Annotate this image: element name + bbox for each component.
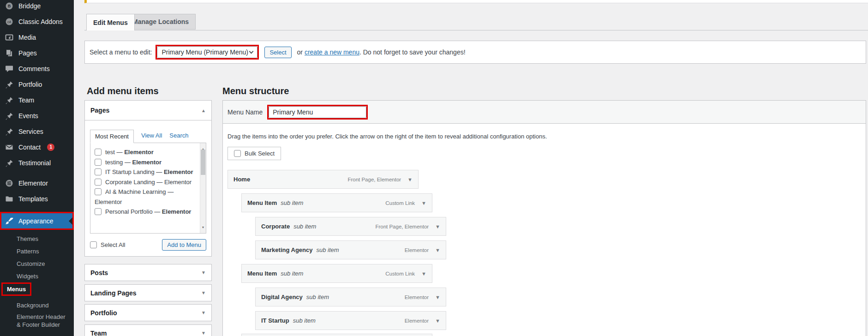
sidebar-item-comments[interactable]: Comments (0, 61, 74, 77)
list-scrollbar[interactable]: ▲ ▼ (200, 143, 206, 233)
scroll-thumb[interactable] (201, 150, 205, 175)
menu-item-bar[interactable]: Menu Item sub item Custom Link ▼ (241, 193, 432, 212)
scroll-down-icon[interactable]: ▼ (200, 222, 206, 233)
chevron-down-icon[interactable]: ▼ (421, 200, 426, 206)
pushpin-icon (5, 127, 14, 136)
pushpin-icon (5, 159, 14, 167)
menu-select-bar: Select a menu to edit: Primary Menu (Pri… (84, 41, 866, 64)
chevron-down-icon[interactable]: ▼ (435, 247, 440, 253)
create-menu-sentence: or create a new menu. Do not forget to s… (297, 48, 466, 56)
sidebar-item-services[interactable]: Services (0, 124, 74, 139)
menu-item-bar-partial[interactable] (241, 334, 432, 336)
sidebar-subitem-themes[interactable]: Themes (0, 233, 74, 245)
pages-panel-footer: Select All Add to Menu (90, 239, 206, 251)
sidebar-item-label: Contact (18, 144, 41, 151)
tab-search[interactable]: Search (169, 132, 188, 143)
chevron-down-icon[interactable]: ▼ (407, 177, 413, 182)
checkbox[interactable] (95, 168, 102, 175)
pushpin-icon (5, 80, 14, 89)
menu-item-bar-home[interactable]: Home Front Page, Elementor ▼ (227, 170, 419, 189)
sidebar-subitem-menus[interactable]: Menus (3, 284, 30, 294)
select-all-checkbox[interactable] (90, 241, 97, 248)
sidebar-subitem-background[interactable]: Background (0, 299, 74, 311)
pages-icon (5, 49, 14, 57)
sidebar-subitem-widgets[interactable]: Widgets (0, 270, 74, 282)
sidebar-item-pages[interactable]: Pages (0, 45, 74, 61)
checkbox[interactable] (95, 179, 102, 186)
chevron-down-icon[interactable]: ▼ (435, 318, 440, 324)
tab-manage-locations[interactable]: Manage Locations (126, 14, 196, 30)
menu-select-dropdown[interactable]: Primary Menu (Primary Menu) (157, 46, 257, 58)
checkbox[interactable] (95, 188, 102, 195)
sidebar-subitem-elementor-header-footer[interactable]: Elementor Header & Footer Builder (0, 312, 69, 329)
page-builder-tag: Elementor (162, 208, 192, 215)
add-to-menu-button[interactable]: Add to Menu (162, 239, 206, 251)
sidebar-item-templates[interactable]: Templates (0, 191, 74, 207)
menu-item-subtag: sub item (281, 270, 303, 277)
menu-item-label: IT Startup (261, 317, 289, 324)
envelope-icon (5, 143, 14, 151)
bulk-select-checkbox[interactable] (234, 150, 241, 157)
save-changes-text: . Do not forget to save your changes! (359, 48, 466, 56)
sidebar-item-label: Portfolio (18, 81, 42, 88)
list-item: test — Elementor (95, 147, 196, 157)
menu-item-label: Marketing Agency (261, 246, 313, 253)
sidebar-subitem-patterns[interactable]: Patterns (0, 245, 74, 257)
sidebar-item-portfolio[interactable]: Portfolio (0, 77, 74, 92)
menu-select-value: Primary Menu (Primary Menu) (162, 48, 248, 56)
sidebar-item-testimonial[interactable]: Testimonial (0, 155, 74, 171)
accordion-landing-pages[interactable]: Landing Pages▼ (84, 284, 212, 301)
chevron-down-icon: ▼ (201, 330, 206, 336)
accordion-portfolio[interactable]: Portfolio▼ (84, 304, 212, 321)
menu-item-bar-corporate[interactable]: Corporate sub item Front Page, Elementor… (255, 217, 446, 236)
menu-item-bar-it-startup[interactable]: IT Startup sub item Elementor ▼ (255, 311, 446, 330)
accordion-title: Posts (90, 269, 108, 276)
sidebar-item-elementor[interactable]: Elementor (0, 175, 74, 191)
sidebar-item-appearance[interactable]: Appearance (1, 213, 72, 228)
subitem-label: Elementor Header & Footer Builder (17, 313, 66, 328)
menu-name-input[interactable] (269, 106, 366, 118)
page-title: Corporate Landing — (105, 179, 164, 186)
sidebar-item-media[interactable]: Media (0, 30, 74, 45)
accordion-team[interactable]: Team▼ (84, 324, 212, 336)
sidebar-item-team[interactable]: Team (0, 92, 74, 108)
accordion-title: Landing Pages (90, 289, 137, 297)
accordion-posts[interactable]: Posts▼ (84, 264, 212, 281)
chevron-down-icon[interactable]: ▼ (435, 224, 440, 229)
tab-view-all[interactable]: View All (141, 132, 162, 143)
subitem-label: Patterns (17, 248, 39, 255)
menu-item-type: Front Page, Elementor (347, 177, 401, 182)
tab-edit-menus[interactable]: Edit Menus (86, 14, 135, 30)
tab-most-recent[interactable]: Most Recent (90, 130, 134, 143)
select-button[interactable]: Select (264, 47, 291, 58)
pages-list-tabs: Most Recent View All Search (90, 130, 206, 143)
menus-annotation-box: Menus (1, 282, 31, 296)
menu-item-bar-marketing-agency[interactable]: Marketing Agency sub item Elementor ▼ (255, 240, 446, 259)
sidebar-item-contact[interactable]: Contact 1 (0, 139, 74, 155)
chevron-down-icon[interactable]: ▼ (435, 294, 440, 300)
admin-sidebar: B Briddge cA Classic Addons Media Pages … (0, 0, 74, 336)
chevron-up-icon[interactable]: ▲ (201, 108, 206, 113)
sidebar-item-briddge[interactable]: B Briddge (0, 0, 74, 14)
sidebar-subitem-customize[interactable]: Customize (0, 258, 74, 270)
menu-item-type: Elementor (405, 247, 429, 253)
sidebar-item-classic-addons[interactable]: cA Classic Addons (0, 14, 74, 30)
list-item: IT Startup Landing — Elementor (95, 167, 196, 177)
media-icon (5, 33, 14, 42)
sidebar-item-events[interactable]: Events (0, 108, 74, 124)
chevron-down-icon[interactable]: ▼ (421, 271, 426, 276)
menu-item-bar[interactable]: Menu Item sub item Custom Link ▼ (241, 264, 432, 283)
menu-item-type: Elementor (405, 294, 429, 300)
checkbox[interactable] (95, 208, 102, 215)
create-new-menu-link[interactable]: create a new menu (305, 48, 359, 56)
menu-item-type: Front Page, Elementor (375, 224, 429, 229)
checkbox[interactable] (95, 159, 102, 166)
current-menu-arrow-icon (69, 217, 72, 225)
pages-checklist: test — Elementor testing — Elementor IT … (90, 143, 206, 234)
tabbar-divider (84, 30, 868, 30)
list-item: AI & Machine Learning — Elementor (95, 187, 196, 207)
pages-panel-header[interactable]: Pages ▲ (85, 101, 211, 120)
checkbox[interactable] (95, 149, 102, 156)
menu-item-bar-digital-agency[interactable]: Digital Agency sub item Elementor ▼ (255, 288, 446, 306)
comment-icon (5, 65, 14, 73)
